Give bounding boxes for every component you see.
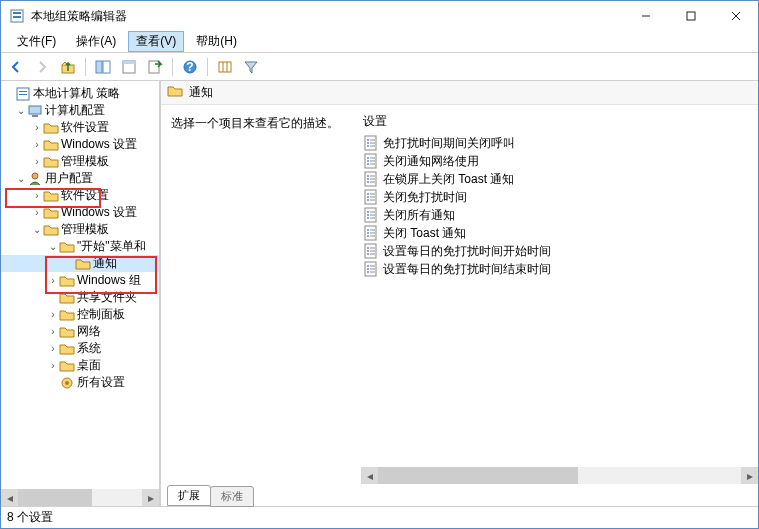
tree-computer-config[interactable]: ⌄ 计算机配置 — [1, 102, 159, 119]
svg-point-49 — [367, 196, 369, 198]
tree-user-config[interactable]: ⌄ 用户配置 — [1, 170, 159, 187]
expand-icon[interactable]: › — [31, 122, 43, 133]
policy-item-icon — [363, 189, 379, 205]
description-pane: 选择一个项目来查看它的描述。 — [161, 105, 361, 484]
setting-item[interactable]: 关闭所有通知 — [361, 206, 758, 224]
expand-icon[interactable]: › — [31, 207, 43, 218]
setting-item[interactable]: 在锁屏上关闭 Toast 通知 — [361, 170, 758, 188]
menu-view[interactable]: 查看(V) — [128, 31, 184, 52]
tree-desktop[interactable]: ›桌面 — [1, 357, 159, 374]
content-body: 选择一个项目来查看它的描述。 设置 免打扰时间期间关闭呼叫关闭通知网络使用在锁屏… — [161, 105, 758, 484]
policy-item-icon — [363, 225, 379, 241]
filter-button[interactable] — [240, 56, 262, 78]
scroll-thumb[interactable] — [18, 489, 92, 506]
folder-icon — [59, 273, 75, 289]
tree-uc-admin[interactable]: ⌄管理模板 — [1, 221, 159, 238]
show-hide-tree-button[interactable] — [92, 56, 114, 78]
properties-button[interactable] — [118, 56, 140, 78]
tree-network[interactable]: ›网络 — [1, 323, 159, 340]
expand-icon[interactable]: › — [47, 309, 59, 320]
tree-system[interactable]: ›系统 — [1, 340, 159, 357]
tree-view[interactable]: 本地计算机 策略 ⌄ 计算机配置 ›软件设置 ›Windows 设置 ›管理模板… — [1, 81, 159, 489]
svg-point-70 — [367, 250, 369, 252]
collapse-icon[interactable]: ⌄ — [15, 105, 27, 116]
scroll-right-icon[interactable]: ▸ — [142, 489, 159, 506]
content-header: 通知 — [161, 81, 758, 105]
policy-item-icon — [363, 135, 379, 151]
tree-cc-software[interactable]: ›软件设置 — [1, 119, 159, 136]
tree-shared-folders[interactable]: 共享文件夹 — [1, 289, 159, 306]
tree-horizontal-scrollbar[interactable]: ◂ ▸ — [1, 489, 159, 506]
menu-help[interactable]: 帮助(H) — [188, 31, 245, 52]
computer-icon — [27, 103, 43, 119]
settings-list[interactable]: 设置 免打扰时间期间关闭呼叫关闭通知网络使用在锁屏上关闭 Toast 通知关闭免… — [361, 105, 758, 484]
svg-rect-19 — [19, 91, 27, 92]
expand-icon[interactable]: › — [47, 275, 59, 286]
forward-button[interactable] — [31, 56, 53, 78]
setting-item[interactable]: 关闭 Toast 通知 — [361, 224, 758, 242]
up-button[interactable] — [57, 56, 79, 78]
user-icon — [27, 171, 43, 187]
menu-file[interactable]: 文件(F) — [9, 31, 64, 52]
tree-cc-windows[interactable]: ›Windows 设置 — [1, 136, 159, 153]
folder-icon — [59, 324, 75, 340]
menu-action[interactable]: 操作(A) — [68, 31, 124, 52]
collapse-icon[interactable]: ⌄ — [15, 173, 27, 184]
setting-item[interactable]: 关闭免打扰时间 — [361, 188, 758, 206]
collapse-icon[interactable]: ⌄ — [47, 241, 59, 252]
scroll-left-icon[interactable]: ◂ — [1, 489, 18, 506]
tree-cc-admin[interactable]: ›管理模板 — [1, 153, 159, 170]
setting-item[interactable]: 设置每日的免打扰时间开始时间 — [361, 242, 758, 260]
setting-label: 在锁屏上关闭 Toast 通知 — [383, 171, 514, 188]
export-button[interactable] — [144, 56, 166, 78]
setting-item[interactable]: 设置每日的免打扰时间结束时间 — [361, 260, 758, 278]
back-button[interactable] — [5, 56, 27, 78]
svg-point-64 — [367, 235, 369, 237]
scroll-left-icon[interactable]: ◂ — [361, 467, 378, 484]
svg-point-34 — [367, 157, 369, 159]
scroll-thumb[interactable] — [378, 467, 578, 484]
expand-icon[interactable]: › — [47, 326, 59, 337]
help-button[interactable]: ? — [179, 56, 201, 78]
expand-icon[interactable]: › — [31, 190, 43, 201]
main-area: 本地计算机 策略 ⌄ 计算机配置 ›软件设置 ›Windows 设置 ›管理模板… — [1, 81, 758, 506]
close-button[interactable] — [713, 1, 758, 31]
toolbar: ? — [1, 53, 758, 81]
tree-uc-windows[interactable]: ›Windows 设置 — [1, 204, 159, 221]
status-text: 8 个设置 — [7, 509, 53, 526]
tab-standard[interactable]: 标准 — [210, 486, 254, 507]
tree-root[interactable]: 本地计算机 策略 — [1, 85, 159, 102]
scroll-track[interactable] — [18, 489, 142, 506]
svg-rect-20 — [19, 94, 27, 95]
column-header-setting[interactable]: 设置 — [361, 109, 758, 134]
node-label: 用户配置 — [45, 170, 93, 187]
description-text: 选择一个项目来查看它的描述。 — [171, 116, 339, 130]
content-horizontal-scrollbar[interactable]: ◂ ▸ — [361, 467, 758, 484]
svg-rect-2 — [13, 16, 21, 18]
tree-windows-components[interactable]: ›Windows 组 — [1, 272, 159, 289]
maximize-button[interactable] — [668, 1, 713, 31]
setting-label: 关闭通知网络使用 — [383, 153, 479, 170]
collapse-icon[interactable]: ⌄ — [31, 224, 43, 235]
tab-extended[interactable]: 扩展 — [167, 485, 211, 506]
tree-uc-software[interactable]: ›软件设置 — [1, 187, 159, 204]
minimize-button[interactable] — [623, 1, 668, 31]
tree-start-menu[interactable]: ⌄"开始"菜单和 — [1, 238, 159, 255]
expand-icon[interactable]: › — [31, 156, 43, 167]
node-label: 本地计算机 策略 — [33, 85, 120, 102]
folder-icon — [167, 83, 183, 102]
tree-notifications[interactable]: 通知 — [1, 255, 159, 272]
tree-all-settings[interactable]: 所有设置 — [1, 374, 159, 391]
expand-icon[interactable]: › — [47, 343, 59, 354]
folder-icon — [59, 358, 75, 374]
view-options-button[interactable] — [214, 56, 236, 78]
tree-control-panel[interactable]: ›控制面板 — [1, 306, 159, 323]
scroll-track[interactable] — [378, 467, 741, 484]
scroll-right-icon[interactable]: ▸ — [741, 467, 758, 484]
svg-rect-4 — [687, 12, 695, 20]
expand-icon[interactable]: › — [47, 360, 59, 371]
setting-label: 设置每日的免打扰时间结束时间 — [383, 261, 551, 278]
setting-item[interactable]: 关闭通知网络使用 — [361, 152, 758, 170]
expand-icon[interactable]: › — [31, 139, 43, 150]
setting-item[interactable]: 免打扰时间期间关闭呼叫 — [361, 134, 758, 152]
